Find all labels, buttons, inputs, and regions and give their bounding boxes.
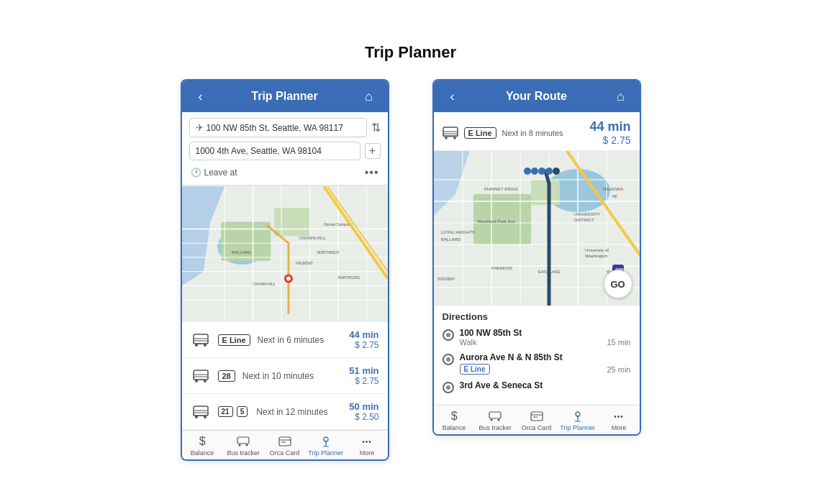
from-input[interactable] [207,123,360,133]
screen2-home-button[interactable]: ⌂ [612,88,630,105]
direction-item-2: Aurora Ave N & N 85th St E Line 25 min [443,352,631,375]
svg-text:BALLARD: BALLARD [441,237,461,242]
route-time-1: 44 min $ 2.75 [349,329,378,350]
phone-screen-2: ‹ Your Route ⌂ E Line Next in 8 minutes … [432,79,641,436]
screen1-map: CROWN HILL BALLARD FREMONT CROWN HILL No… [182,185,388,322]
dir-stop-1: 100 NW 85th St [460,328,631,338]
screen1-title: Trip Planner [251,90,317,103]
page-title: Trip Planner [365,43,456,62]
svg-point-93 [498,419,500,421]
svg-point-72 [545,168,553,175]
route-duration: 44 min [589,119,630,134]
screen1-home-button[interactable]: ⌂ [360,88,378,105]
dir-content-2: Aurora Ave N & N 85th St E Line 25 min [460,352,631,375]
svg-text:LOYAL HEIGHTS: LOYAL HEIGHTS [441,230,475,234]
screen2-back-button[interactable]: ‹ [444,88,461,105]
screen1-header: ‹ Trip Planner ⌂ [182,81,388,112]
screen2-map: LOYAL HEIGHTS BALLARD PHINNEY RIDGE Wood… [434,151,640,306]
nav-balance-1[interactable]: $ Balance [182,431,223,459]
route-info-left: E Line Next in 8 minutes [443,127,563,139]
nav-orca-2[interactable]: Orca Card [516,406,557,434]
add-destination-button[interactable]: + [365,143,381,159]
route-time-3: 50 min $ 2.50 [349,401,378,422]
location-icon: ✈ [196,122,204,133]
leave-label[interactable]: 🕐 Leave at [191,168,237,178]
screen2-bottom-nav: $ Balance Bus tracker [434,405,640,434]
svg-point-71 [538,168,545,175]
go-button[interactable]: GO [604,270,632,298]
screen2-title: Your Route [506,90,567,103]
bus-icon-route [443,127,458,139]
svg-text:Washington: Washington [585,254,607,258]
route-item-3[interactable]: 21 5 Next in 12 minutes 50 min $ 2.50 [182,394,388,430]
svg-point-17 [286,277,290,281]
nav-bus-tracker-2[interactable]: Bus tracker [475,406,516,434]
svg-point-38 [204,416,207,418]
route-badge-1: E Line [218,334,250,346]
nav-bus-label-1: Bus tracker [227,449,260,457]
nav-bus-tracker-1[interactable]: Bus tracker [223,431,264,459]
direction-item-1: 100 NW 85th St Walk 15 min [443,328,631,347]
dir-stop-2: Aurora Ave N & N 85th St [460,352,631,362]
directions-section: Directions 100 NW 85th St Walk 15 min [434,306,640,405]
nav-trip-planner-1[interactable]: Trip Planner [305,431,346,459]
svg-text:University of: University of [585,248,609,252]
bus-icon-3 [191,402,211,422]
nav-trip-planner-2[interactable]: Trip Planner [557,406,598,434]
bus-icon-1 [191,330,211,350]
direction-item-3: 3rd Ave & Seneca St [443,380,631,393]
bus-icon-2 [191,366,211,386]
svg-rect-2 [221,222,271,261]
nav-orca-label-1: Orca Card [270,449,300,457]
svg-text:BALLARD: BALLARD [232,250,251,255]
screen1-back-button[interactable]: ‹ [192,88,209,105]
swap-icon[interactable]: ⇅ [371,121,381,134]
svg-point-28 [204,344,207,347]
more-icon-1: ••• [362,435,372,448]
dir-eline-badge: E Line [460,364,490,375]
svg-text:RAVENNA: RAVENNA [603,187,624,191]
dir-content-1: 100 NW 85th St Walk 15 min [460,328,631,347]
bus-tracker-icon-1 [237,435,250,448]
to-input[interactable] [196,146,354,156]
svg-text:Normal Campus: Normal Campus [324,223,350,226]
clock-icon: 🕐 [191,168,201,178]
nav-more-label-2: More [612,424,627,431]
nav-bus-label-2: Bus tracker [479,424,512,431]
svg-rect-94 [531,412,543,421]
dir-dot-2 [443,354,454,365]
svg-text:INTERBAY: INTERBAY [437,277,455,281]
nav-more-2[interactable]: ••• More [598,406,639,434]
svg-point-97 [576,412,580,416]
next-label: Next in 8 minutes [502,129,563,137]
svg-point-92 [491,419,493,421]
dir-content-3: 3rd Ave & Seneca St [460,380,631,390]
svg-text:CROWN HILL: CROWN HILL [299,236,326,240]
svg-text:NORTHGATE: NORTHGATE [337,276,360,280]
route-badge-main: E Line [464,127,496,139]
route-time-2: 51 min $ 2.75 [349,365,378,386]
nav-balance-label-1: Balance [191,449,214,457]
route-item-1[interactable]: E Line Next in 6 minutes 44 min $ 2.75 [182,322,388,358]
route-info-bar: E Line Next in 8 minutes 44 min $ 2.75 [434,112,640,151]
directions-title: Directions [443,311,631,322]
dir-badge-row: E Line 25 min [460,364,631,375]
nav-balance-2[interactable]: $ Balance [434,406,475,434]
nav-more-1[interactable]: ••• More [346,431,387,459]
svg-text:CROWN HILL: CROWN HILL [253,283,275,286]
nav-orca-1[interactable]: Orca Card [264,431,305,459]
bus-tracker-icon-2 [489,410,502,423]
phone-screen-1: ‹ Trip Planner ⌂ ✈ ⇅ + 🕐 [181,79,389,461]
options-button[interactable]: ••• [365,166,379,179]
dir-dot-3 [443,382,454,393]
trip-planner-icon-1 [319,435,332,448]
svg-rect-3 [274,208,309,236]
svg-text:PHINNEY RIDGE: PHINNEY RIDGE [484,187,518,191]
nav-more-label-1: More [360,449,375,457]
route-badge-3b: 5 [237,406,248,417]
svg-point-51 [453,137,456,139]
svg-rect-91 [489,412,501,418]
screens-container: ‹ Trip Planner ⌂ ✈ ⇅ + 🕐 [181,79,641,461]
route-item-2[interactable]: 28 Next in 10 minutes 51 min $ 2.75 [182,358,388,394]
svg-point-41 [239,444,241,446]
